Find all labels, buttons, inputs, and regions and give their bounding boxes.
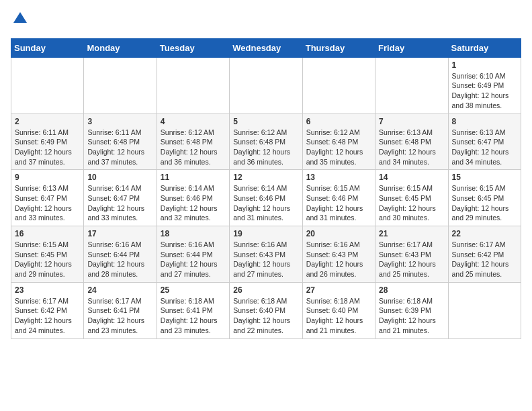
day-info: Sunrise: 6:15 AM Sunset: 6:45 PM Dayligh… [379,183,444,223]
calendar-table: SundayMondayTuesdayWednesdayThursdayFrid… [11,38,521,339]
logo-icon [12,11,28,27]
day-number: 15 [452,173,517,182]
calendar-cell [11,57,84,113]
day-number: 21 [379,229,444,238]
day-info: Sunrise: 6:16 AM Sunset: 6:44 PM Dayligh… [87,240,152,279]
calendar-cell: 17Sunrise: 6:16 AM Sunset: 6:44 PM Dayli… [84,226,157,283]
day-number: 20 [306,229,371,238]
calendar-cell: 11Sunrise: 6:14 AM Sunset: 6:46 PM Dayli… [157,170,229,226]
calendar-cell: 6Sunrise: 6:12 AM Sunset: 6:48 PM Daylig… [302,113,375,170]
calendar-cell: 24Sunrise: 6:17 AM Sunset: 6:41 PM Dayli… [84,282,157,338]
day-number: 2 [15,117,80,126]
day-number: 9 [15,173,80,182]
calendar-cell [375,57,448,113]
day-number: 10 [87,173,152,182]
logo [11,11,28,30]
calendar-cell: 8Sunrise: 6:13 AM Sunset: 6:47 PM Daylig… [448,113,521,170]
calendar-cell: 12Sunrise: 6:14 AM Sunset: 6:46 PM Dayli… [230,170,302,226]
day-info: Sunrise: 6:14 AM Sunset: 6:46 PM Dayligh… [233,183,298,223]
day-number: 3 [87,117,152,126]
day-info: Sunrise: 6:12 AM Sunset: 6:48 PM Dayligh… [161,128,226,167]
day-number: 17 [87,229,152,238]
calendar-cell: 9Sunrise: 6:13 AM Sunset: 6:47 PM Daylig… [11,170,84,226]
calendar-cell: 23Sunrise: 6:17 AM Sunset: 6:42 PM Dayli… [11,282,84,338]
day-header-saturday: Saturday [448,38,521,57]
day-info: Sunrise: 6:14 AM Sunset: 6:46 PM Dayligh… [161,183,226,223]
day-number: 13 [306,173,371,182]
day-info: Sunrise: 6:17 AM Sunset: 6:42 PM Dayligh… [452,240,517,279]
day-info: Sunrise: 6:10 AM Sunset: 6:49 PM Dayligh… [452,71,517,111]
day-info: Sunrise: 6:16 AM Sunset: 6:43 PM Dayligh… [306,240,371,279]
calendar-cell [448,282,521,338]
day-header-thursday: Thursday [302,38,375,57]
day-info: Sunrise: 6:16 AM Sunset: 6:44 PM Dayligh… [161,240,226,279]
day-header-sunday: Sunday [11,38,84,57]
calendar-cell [84,57,157,113]
calendar-cell: 19Sunrise: 6:16 AM Sunset: 6:43 PM Dayli… [230,226,302,283]
day-number: 24 [87,285,152,295]
calendar-cell: 15Sunrise: 6:15 AM Sunset: 6:45 PM Dayli… [448,170,521,226]
calendar-cell: 2Sunrise: 6:11 AM Sunset: 6:49 PM Daylig… [11,113,84,170]
day-info: Sunrise: 6:17 AM Sunset: 6:43 PM Dayligh… [379,240,444,279]
day-number: 14 [379,173,444,182]
calendar-cell: 3Sunrise: 6:11 AM Sunset: 6:48 PM Daylig… [84,113,157,170]
calendar-cell: 7Sunrise: 6:13 AM Sunset: 6:48 PM Daylig… [375,113,448,170]
day-number: 1 [452,60,517,70]
day-number: 12 [233,173,298,182]
calendar-cell: 14Sunrise: 6:15 AM Sunset: 6:45 PM Dayli… [375,170,448,226]
day-info: Sunrise: 6:12 AM Sunset: 6:48 PM Dayligh… [233,128,298,167]
day-number: 23 [15,285,80,295]
day-info: Sunrise: 6:15 AM Sunset: 6:46 PM Dayligh… [306,183,371,223]
day-number: 28 [379,285,444,295]
day-number: 5 [233,117,298,126]
day-number: 7 [379,117,444,126]
calendar-cell: 4Sunrise: 6:12 AM Sunset: 6:48 PM Daylig… [157,113,229,170]
day-number: 18 [161,229,226,238]
day-info: Sunrise: 6:17 AM Sunset: 6:41 PM Dayligh… [87,296,152,336]
day-info: Sunrise: 6:18 AM Sunset: 6:40 PM Dayligh… [306,296,371,336]
day-info: Sunrise: 6:14 AM Sunset: 6:47 PM Dayligh… [87,183,152,223]
day-info: Sunrise: 6:13 AM Sunset: 6:47 PM Dayligh… [15,183,80,223]
day-info: Sunrise: 6:18 AM Sunset: 6:40 PM Dayligh… [233,296,298,336]
calendar-cell: 25Sunrise: 6:18 AM Sunset: 6:41 PM Dayli… [157,282,229,338]
calendar-cell: 10Sunrise: 6:14 AM Sunset: 6:47 PM Dayli… [84,170,157,226]
day-header-tuesday: Tuesday [157,38,229,57]
day-info: Sunrise: 6:13 AM Sunset: 6:48 PM Dayligh… [379,128,444,167]
day-info: Sunrise: 6:16 AM Sunset: 6:43 PM Dayligh… [233,240,298,279]
day-info: Sunrise: 6:11 AM Sunset: 6:48 PM Dayligh… [87,128,152,167]
day-info: Sunrise: 6:18 AM Sunset: 6:41 PM Dayligh… [161,296,226,336]
day-number: 11 [161,173,226,182]
calendar-cell: 16Sunrise: 6:15 AM Sunset: 6:45 PM Dayli… [11,226,84,283]
day-info: Sunrise: 6:15 AM Sunset: 6:45 PM Dayligh… [15,240,80,279]
calendar-cell: 26Sunrise: 6:18 AM Sunset: 6:40 PM Dayli… [230,282,302,338]
svg-marker-0 [13,12,27,23]
day-number: 27 [306,285,371,295]
page-header [11,11,521,30]
calendar-cell [157,57,229,113]
calendar-cell [302,57,375,113]
day-number: 26 [233,285,298,295]
calendar-cell: 13Sunrise: 6:15 AM Sunset: 6:46 PM Dayli… [302,170,375,226]
day-header-monday: Monday [84,38,157,57]
day-number: 19 [233,229,298,238]
calendar-cell: 1Sunrise: 6:10 AM Sunset: 6:49 PM Daylig… [448,57,521,113]
calendar-cell: 18Sunrise: 6:16 AM Sunset: 6:44 PM Dayli… [157,226,229,283]
day-header-friday: Friday [375,38,448,57]
day-info: Sunrise: 6:12 AM Sunset: 6:48 PM Dayligh… [306,128,371,167]
day-number: 22 [452,229,517,238]
calendar-cell: 21Sunrise: 6:17 AM Sunset: 6:43 PM Dayli… [375,226,448,283]
day-number: 25 [161,285,226,295]
day-number: 8 [452,117,517,126]
day-number: 16 [15,229,80,238]
day-header-wednesday: Wednesday [230,38,302,57]
day-info: Sunrise: 6:17 AM Sunset: 6:42 PM Dayligh… [15,296,80,336]
calendar-cell: 22Sunrise: 6:17 AM Sunset: 6:42 PM Dayli… [448,226,521,283]
calendar-cell: 28Sunrise: 6:18 AM Sunset: 6:39 PM Dayli… [375,282,448,338]
calendar-cell: 5Sunrise: 6:12 AM Sunset: 6:48 PM Daylig… [230,113,302,170]
day-number: 4 [161,117,226,126]
day-info: Sunrise: 6:11 AM Sunset: 6:49 PM Dayligh… [15,128,80,167]
day-info: Sunrise: 6:15 AM Sunset: 6:45 PM Dayligh… [452,183,517,223]
calendar-cell: 20Sunrise: 6:16 AM Sunset: 6:43 PM Dayli… [302,226,375,283]
day-info: Sunrise: 6:18 AM Sunset: 6:39 PM Dayligh… [379,296,444,336]
calendar-cell [230,57,302,113]
